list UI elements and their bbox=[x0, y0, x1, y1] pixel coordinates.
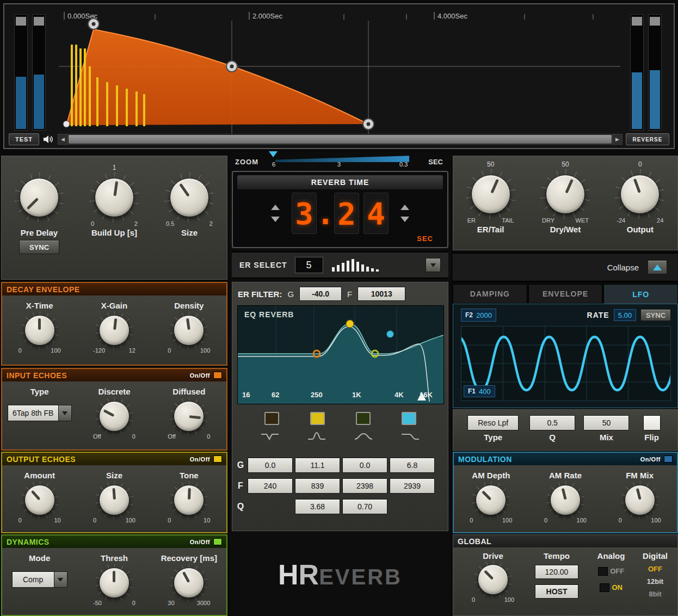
output-knob[interactable] bbox=[615, 169, 665, 219]
band2-freq[interactable]: 839 bbox=[295, 478, 340, 494]
envelope-peak-handle[interactable] bbox=[88, 19, 99, 29]
envelope-graph[interactable]: 0.000Sec 2.000Sec 4.000Sec bbox=[59, 9, 620, 135]
tab-lfo[interactable]: LFO bbox=[603, 284, 678, 304]
band2-q[interactable]: 3.68 bbox=[295, 499, 340, 514]
tempo-value-box[interactable]: 120.00 bbox=[535, 565, 578, 579]
chevron-down-icon[interactable] bbox=[59, 405, 72, 421]
reverb-time-spinner-left[interactable] bbox=[271, 205, 280, 222]
chevron-down-icon[interactable] bbox=[54, 571, 67, 588]
er-filter-gain-box[interactable]: -40.0 bbox=[299, 287, 342, 301]
dynamics-onoff-toggle[interactable] bbox=[213, 538, 222, 545]
density-knob[interactable] bbox=[170, 311, 208, 349]
spinner-up-icon[interactable] bbox=[271, 205, 280, 210]
drywet-knob[interactable] bbox=[540, 169, 590, 219]
xtime-knob[interactable] bbox=[21, 311, 59, 349]
notch-filter-icon[interactable] bbox=[260, 430, 280, 442]
am-depth-knob[interactable] bbox=[472, 481, 510, 519]
reverb-time-spinner-right[interactable] bbox=[400, 205, 409, 222]
size-knob[interactable] bbox=[164, 173, 214, 223]
envelope-mid-handle[interactable] bbox=[226, 61, 237, 72]
ertail-knob[interactable] bbox=[466, 169, 516, 219]
lfo-filter-mix-box[interactable]: 50 bbox=[583, 415, 629, 430]
spinner-down-icon[interactable] bbox=[400, 217, 409, 222]
band4-gain[interactable]: 6.8 bbox=[390, 458, 435, 473]
zoom-tick-03: 0.3 bbox=[399, 161, 408, 168]
band1-gain[interactable]: 0.0 bbox=[248, 458, 293, 473]
band3-q[interactable]: 0.70 bbox=[342, 499, 387, 514]
input-echoes-section: INPUT ECHOES On/Off Type 6Tap 8th FB Dis… bbox=[1, 368, 227, 451]
speaker-icon[interactable] bbox=[42, 135, 54, 144]
tab-damping[interactable]: DAMPING bbox=[453, 284, 527, 304]
tone-knob[interactable] bbox=[170, 481, 208, 519]
lfo-filter-q-box[interactable]: 0.5 bbox=[529, 415, 575, 430]
lfo-sync-button[interactable]: SYNC bbox=[640, 309, 671, 321]
envelope-end-handle[interactable] bbox=[363, 119, 374, 130]
eq-reverb-graph[interactable]: EQ REVERB 16 62 bbox=[237, 305, 444, 404]
scroll-right-arrow-icon[interactable]: ▶ bbox=[612, 134, 622, 144]
recovery-knob[interactable] bbox=[170, 564, 208, 602]
echo-type-dropdown[interactable]: 6Tap 8th FB bbox=[8, 405, 72, 421]
band3-swatch[interactable] bbox=[356, 412, 371, 425]
discrete-knob[interactable] bbox=[95, 397, 133, 435]
drive-knob[interactable] bbox=[474, 560, 512, 599]
output-echoes-onoff-toggle[interactable] bbox=[213, 455, 222, 463]
highcut-filter-icon[interactable] bbox=[400, 430, 420, 442]
zoom-slider[interactable] bbox=[275, 156, 409, 162]
lfo-f2-box[interactable]: F22000 bbox=[461, 309, 496, 322]
band3-freq[interactable]: 2398 bbox=[342, 478, 387, 494]
band2-gain[interactable]: 11.1 bbox=[295, 458, 340, 473]
band4-swatch[interactable] bbox=[402, 412, 416, 425]
reverb-time-digit[interactable]: 4 bbox=[363, 193, 389, 234]
lfo-waveform[interactable]: F1400 bbox=[461, 326, 671, 401]
envelope-start-handle[interactable] bbox=[63, 121, 70, 127]
lfo-flip-toggle[interactable] bbox=[643, 415, 661, 430]
eq-band2-handle[interactable] bbox=[346, 320, 354, 328]
modulation-title: MODULATION bbox=[458, 455, 512, 464]
digital-8bit-option[interactable]: 8bit bbox=[634, 590, 676, 598]
er-filter-freq-box[interactable]: 10013 bbox=[358, 287, 405, 301]
wide-bell-filter-icon[interactable] bbox=[354, 430, 373, 442]
xgain-knob[interactable] bbox=[95, 311, 133, 349]
lfo-rate-box[interactable]: 5.00 bbox=[614, 309, 636, 321]
collapse-button[interactable] bbox=[648, 260, 667, 274]
spinner-down-icon[interactable] bbox=[271, 217, 280, 222]
er-select-value[interactable]: 5 bbox=[295, 257, 323, 273]
input-echoes-onoff-toggle[interactable] bbox=[213, 372, 222, 379]
test-button[interactable]: TEST bbox=[9, 133, 39, 145]
band3-gain[interactable]: 0.0 bbox=[342, 458, 387, 473]
thresh-knob[interactable] bbox=[95, 564, 133, 602]
reverse-button[interactable]: REVERSE bbox=[626, 133, 669, 145]
modulation-onoff-toggle[interactable] bbox=[664, 455, 673, 463]
scrollbar-thumb[interactable] bbox=[69, 135, 612, 144]
er-select-dropdown[interactable] bbox=[426, 258, 441, 272]
diffused-knob[interactable] bbox=[170, 397, 208, 435]
band1-freq[interactable]: 240 bbox=[248, 478, 293, 494]
band1-swatch[interactable] bbox=[264, 412, 279, 425]
sync-button[interactable]: SYNC bbox=[19, 240, 59, 254]
digital-off-option[interactable]: OFF bbox=[634, 565, 676, 573]
band2-swatch[interactable] bbox=[310, 412, 325, 425]
analog-on-toggle[interactable] bbox=[600, 583, 609, 592]
bell-filter-icon[interactable] bbox=[307, 430, 326, 442]
lfo-filter-type-box[interactable]: Reso Lpf bbox=[467, 415, 519, 430]
dynamics-mode-dropdown[interactable]: Comp bbox=[12, 571, 67, 588]
zoom-marker-icon[interactable] bbox=[269, 151, 278, 157]
am-rate-knob[interactable] bbox=[546, 481, 584, 519]
band4-freq[interactable]: 2939 bbox=[390, 478, 435, 494]
buildup-knob[interactable] bbox=[89, 173, 139, 223]
reverb-time-digit[interactable]: 3 bbox=[292, 193, 317, 234]
fm-mix-knob[interactable] bbox=[621, 481, 659, 519]
eq-band4-handle[interactable] bbox=[387, 331, 394, 338]
host-button[interactable]: HOST bbox=[535, 584, 578, 599]
analog-off-toggle[interactable] bbox=[598, 567, 608, 576]
lfo-f1-box[interactable]: F1400 bbox=[464, 385, 495, 397]
echo-size-knob[interactable] bbox=[95, 481, 133, 519]
predelay-knob[interactable] bbox=[14, 173, 64, 223]
amount-knob[interactable] bbox=[21, 481, 59, 519]
scroll-left-arrow-icon[interactable]: ◀ bbox=[58, 134, 68, 144]
digital-12bit-option[interactable]: 12bit bbox=[634, 577, 676, 586]
reverb-time-digit[interactable]: 2 bbox=[334, 193, 359, 234]
spinner-up-icon[interactable] bbox=[400, 205, 409, 210]
timeline-scrollbar[interactable]: ◀ ▶ bbox=[58, 134, 622, 145]
tab-envelope[interactable]: ENVELOPE bbox=[528, 284, 603, 304]
